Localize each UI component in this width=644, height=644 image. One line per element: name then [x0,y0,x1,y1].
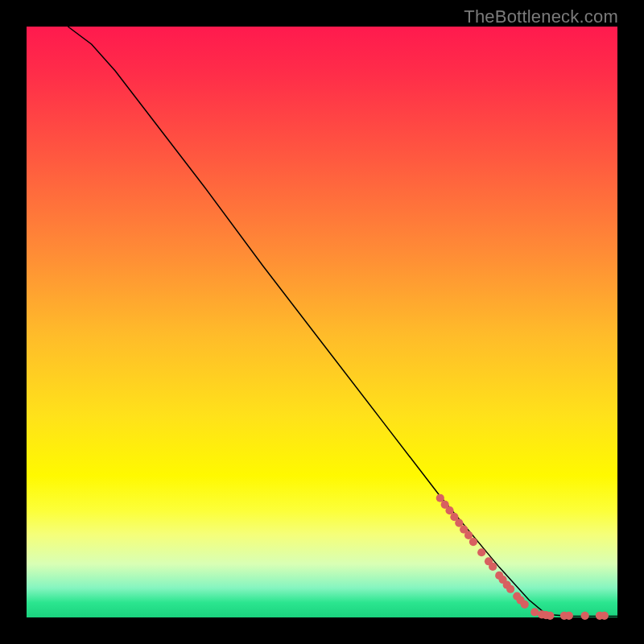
data-markers [436,494,609,620]
data-marker [521,601,529,609]
data-marker [506,585,514,593]
data-marker [530,608,539,616]
attribution-label: TheBottleneck.com [464,6,618,27]
data-marker [489,563,497,571]
data-marker [565,612,573,620]
data-marker [477,548,485,556]
data-marker [469,538,477,546]
chart-overlay [27,27,617,617]
data-marker [601,612,609,620]
data-marker [581,612,589,620]
data-marker [546,612,554,620]
bottleneck-curve [68,27,617,617]
chart-frame: TheBottleneck.com [0,0,644,644]
